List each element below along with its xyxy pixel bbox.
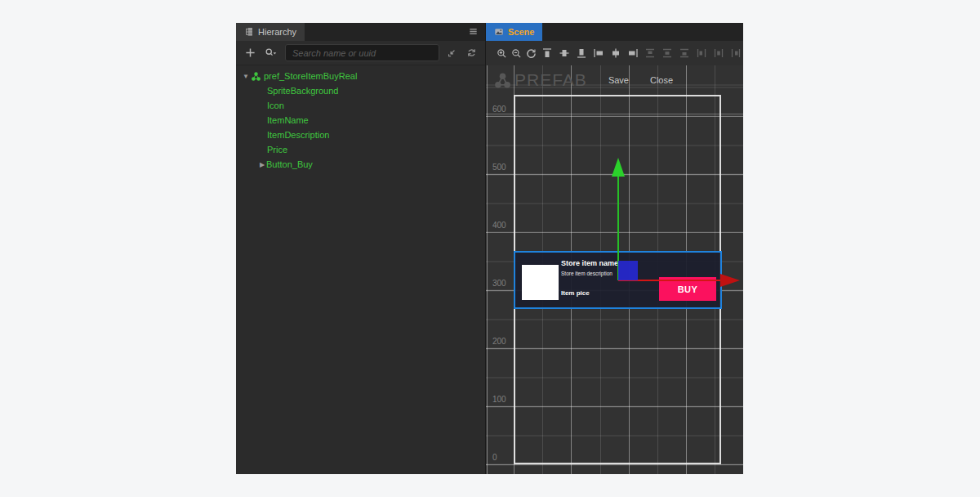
reset-view-icon[interactable] — [525, 46, 537, 60]
align-vertical-center-icon[interactable] — [557, 46, 572, 60]
ruler-label: 0 — [492, 453, 512, 462]
caret-expanded-icon[interactable]: ▼ — [242, 73, 250, 80]
prefab-mode-label: PREFAB — [514, 70, 587, 90]
ruler-label: 400 — [492, 221, 512, 230]
align-left-icon[interactable] — [591, 46, 606, 60]
gizmo-x-axis-arrow[interactable] — [720, 274, 740, 287]
tree-node-label: ItemName — [267, 115, 309, 125]
panel-menu-icon[interactable] — [468, 26, 479, 37]
distribute-left-icon[interactable] — [694, 46, 709, 60]
distribute-bottom-icon[interactable] — [677, 46, 692, 60]
store-item-name-label[interactable]: Store item name — [561, 259, 618, 267]
tree-node-label: ItemDescription — [267, 130, 329, 140]
scene-tab-label: Scene — [508, 27, 534, 37]
tree-node-label: Icon — [267, 101, 284, 110]
search-filter-icon[interactable] — [262, 46, 280, 60]
align-top-icon[interactable] — [540, 46, 555, 60]
ruler-label: 600 — [492, 105, 512, 114]
gizmo-y-axis-arrow[interactable] — [612, 158, 625, 177]
search-field-wrap — [285, 44, 439, 61]
hierarchy-tabbar: Hierarchy — [236, 23, 485, 41]
ruler-label: 500 — [492, 163, 512, 172]
scene-viewport[interactable]: 600 500 400 300 200 100 0 PREFAB Save Cl… — [486, 65, 743, 474]
scene-panel: Scene — [485, 23, 743, 474]
tree-node[interactable]: ItemDescription — [236, 128, 485, 142]
tab-hierarchy[interactable]: Hierarchy — [236, 23, 305, 41]
distribute-top-icon[interactable] — [643, 46, 657, 60]
zoom-in-icon[interactable] — [496, 46, 508, 60]
align-bottom-icon[interactable] — [574, 46, 589, 60]
editor-window: Hierarchy — [236, 23, 743, 474]
store-item-description-label[interactable]: Store item description — [561, 271, 612, 276]
tree-node-label: pref_StoreItemBuyReal — [264, 71, 357, 81]
save-button[interactable]: Save — [608, 75, 629, 85]
caret-collapsed-icon[interactable]: ▶ — [258, 161, 266, 168]
tree-node[interactable]: Price — [236, 142, 485, 157]
ruler-label: 300 — [492, 279, 512, 288]
store-item-icon-sprite[interactable] — [522, 265, 559, 300]
add-node-icon[interactable] — [243, 46, 257, 60]
tab-scene[interactable]: Scene — [486, 23, 542, 41]
align-horizontal-center-icon[interactable] — [608, 46, 623, 60]
tree-node-button-buy[interactable]: ▶ Button_Buy — [236, 157, 485, 172]
scene-tabbar: Scene — [486, 23, 743, 41]
hierarchy-tree: ▼ pref_StoreItemBuyReal SpriteBackground… — [236, 65, 485, 474]
prefab-header-icon — [493, 71, 512, 90]
zoom-out-icon[interactable] — [510, 46, 523, 60]
tree-node-root[interactable]: ▼ pref_StoreItemBuyReal — [236, 69, 485, 83]
search-input[interactable] — [285, 44, 439, 61]
tree-node[interactable]: ItemName — [236, 113, 485, 128]
hierarchy-tab-label: Hierarchy — [258, 27, 296, 37]
collapse-all-icon[interactable] — [444, 46, 459, 60]
prefab-icon — [251, 71, 261, 82]
store-item-price-label[interactable]: Item pice — [561, 289, 590, 297]
hierarchy-toolbar — [236, 41, 485, 65]
align-right-icon[interactable] — [626, 46, 640, 60]
refresh-icon[interactable] — [464, 46, 479, 60]
distribute-right-icon[interactable] — [728, 46, 743, 60]
prefab-edit-header: PREFAB Save Close — [493, 70, 673, 90]
scene-image-icon — [494, 27, 504, 37]
ruler-label: 100 — [492, 395, 512, 404]
tree-node[interactable]: SpriteBackground — [236, 83, 485, 98]
distribute-horizontal-center-icon[interactable] — [711, 46, 726, 60]
tree-node-label: SpriteBackground — [267, 86, 338, 96]
tree-node[interactable]: Icon — [236, 98, 485, 113]
tree-node-label: Button_Buy — [266, 159, 313, 169]
hierarchy-panel: Hierarchy — [236, 23, 485, 474]
hierarchy-tree-icon — [244, 27, 254, 37]
distribute-vertical-center-icon[interactable] — [660, 46, 675, 60]
scene-toolbar — [486, 41, 743, 65]
tree-node-label: Price — [267, 145, 287, 154]
gizmo-xy-plane-handle[interactable] — [618, 261, 638, 280]
ruler-label: 200 — [492, 337, 512, 346]
close-button[interactable]: Close — [650, 75, 673, 85]
